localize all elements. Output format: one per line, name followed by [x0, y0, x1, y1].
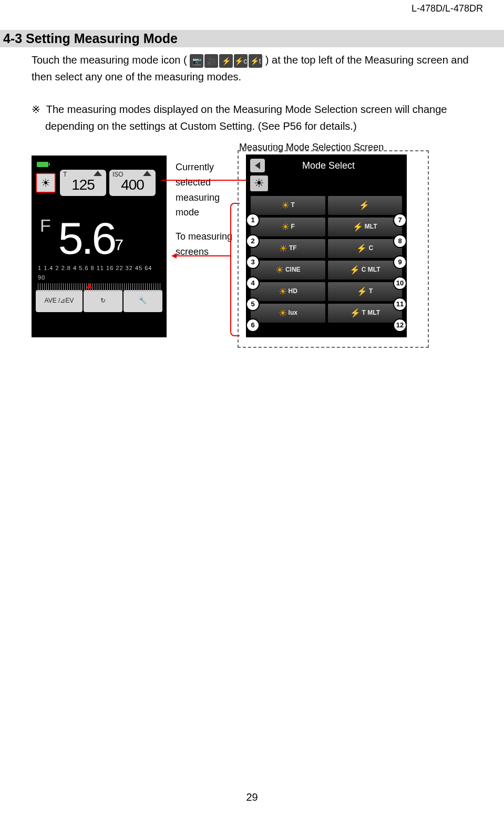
mode-text: T MLT — [362, 308, 380, 318]
callout-4: 4 — [246, 276, 260, 290]
callout-9: 9 — [393, 255, 407, 269]
mode-select-title: Mode Select — [267, 158, 405, 173]
bolt-icon: ⚡ — [359, 199, 369, 212]
callout-3: 3 — [246, 255, 260, 269]
mode-icon-flash-t: ⚡t — [249, 54, 262, 68]
mode-btn-ambient-lux[interactable]: ☀lux — [250, 303, 326, 323]
callout-2: 2 — [246, 234, 260, 248]
callout-5: 5 — [246, 297, 260, 311]
sun-icon: ☀ — [41, 174, 50, 191]
sun-icon: ☀ — [275, 265, 284, 275]
top-bar: ☀ T 125 ISO 400 — [35, 168, 163, 198]
mode-btn-flash[interactable]: ⚡ — [327, 195, 403, 215]
iso-value: 400 — [121, 173, 144, 197]
callout-12: 12 — [393, 318, 407, 332]
aperture-scale: 1 1.4 2 2.8 4 5.6 8 11 16 22 32 45 64 90 — [35, 261, 163, 289]
callout-10: 10 — [393, 276, 407, 290]
iso-pill[interactable]: ISO 400 — [109, 170, 156, 196]
mode-text: F — [291, 222, 295, 232]
mode-select-screen: Mode Select ☀ ☀T ⚡ ☀F ⚡MLT ☀TF ⚡C — [246, 154, 407, 337]
mode-text: MLT — [365, 222, 377, 232]
t-value: 125 — [71, 173, 95, 197]
callout-1: 1 — [246, 213, 260, 227]
mode-btn-flash-mlt[interactable]: ⚡MLT — [327, 217, 403, 237]
mode-text: TF — [289, 243, 297, 253]
f-sub: 7 — [115, 232, 124, 261]
callout-11: 11 — [393, 297, 407, 311]
callout-7: 7 — [393, 213, 407, 227]
bolt-icon: ⚡ — [349, 263, 360, 277]
callout-8: 8 — [393, 234, 407, 248]
label-to-measuring: To measuring screens — [176, 229, 233, 260]
note-mark: ※ — [32, 104, 40, 115]
mode-btn-ambient-hd[interactable]: ☀HD — [250, 282, 326, 302]
mode-btn-flash-t[interactable]: ⚡T — [327, 282, 403, 302]
mode-text: CINE — [285, 265, 301, 275]
scale-ticks — [38, 283, 160, 292]
mode-btn-ambient-f[interactable]: ☀F — [250, 217, 326, 237]
page-number: 29 — [0, 791, 504, 803]
mode-grid: ☀T ⚡ ☀F ⚡MLT ☀TF ⚡C ☀CINE ⚡C MLT — [248, 194, 405, 326]
sun-icon: ☀ — [281, 201, 290, 210]
note-block: ※ The measuring modes displayed on the M… — [32, 101, 504, 135]
inline-mode-icons: 📷 🎥 ⚡ ⚡c ⚡t — [190, 54, 262, 68]
mode-text: C — [368, 243, 373, 253]
f-readout: F 5.6 7 — [35, 198, 163, 261]
mode-select-wrap: Mode Select ☀ ☀T ⚡ ☀F ⚡MLT ☀TF ⚡C — [238, 150, 429, 348]
mode-btn-flash-cmlt[interactable]: ⚡C MLT — [327, 260, 403, 280]
mode-icon-button[interactable]: ☀ — [36, 173, 56, 193]
mode-icon-camera: 📷 — [190, 54, 203, 68]
current-mode-indicator: ☀ — [250, 175, 268, 191]
document-header: L-478D/L-478DR — [0, 0, 504, 14]
diagram: Measuring Mode Selection Screen ☀ T 125 … — [32, 140, 473, 350]
battery-icon — [37, 162, 48, 167]
back-button[interactable] — [250, 159, 265, 172]
mode-icon-flash: ⚡ — [219, 54, 233, 68]
mode-btn-ambient-tf[interactable]: ☀TF — [250, 239, 326, 259]
bottom-buttons: AVE /⊿EV ↻ 🔧 — [35, 289, 163, 313]
paragraph-intro: Touch the measuring mode icon ( 📷 🎥 ⚡ ⚡c… — [32, 51, 483, 85]
mode-text: HD — [289, 286, 297, 296]
arrow-to-screens — [177, 255, 229, 256]
mode-btn-flash-c[interactable]: ⚡C — [327, 239, 403, 259]
ave-ev-button[interactable]: AVE /⊿EV — [36, 290, 83, 312]
recycle-button[interactable]: ↻ — [84, 290, 122, 312]
f-label: F — [40, 211, 51, 261]
mode-text: T — [291, 200, 295, 210]
shutter-pill[interactable]: T 125 — [60, 170, 106, 196]
bolt-icon: ⚡ — [353, 220, 363, 234]
measuring-screen: ☀ T 125 ISO 400 F 5.6 7 1 1.4 2 2.8 4 — [32, 156, 167, 337]
f-value: 5.6 — [51, 215, 115, 261]
status-bar — [35, 161, 163, 168]
bolt-icon: ⚡ — [350, 306, 361, 320]
iso-label: ISO — [112, 170, 124, 180]
bolt-icon: ⚡ — [356, 242, 367, 255]
note-text: The measuring modes displayed on the Mea… — [45, 104, 447, 132]
mode-btn-ambient-t[interactable]: ☀T — [250, 195, 326, 215]
t-label: T — [63, 170, 67, 180]
sun-icon: ☀ — [279, 308, 287, 318]
callout-6: 6 — [246, 318, 260, 332]
mode-btn-ambient-cine[interactable]: ☀CINE — [250, 260, 326, 280]
mode-text: T — [369, 286, 373, 296]
para-pre: Touch the measuring mode icon ( — [32, 54, 187, 66]
mode-text: lux — [289, 308, 297, 318]
scale-numbers: 1 1.4 2 2.8 4 5.6 8 11 16 22 32 45 64 90 — [38, 264, 160, 282]
up-arrow-icon — [143, 171, 151, 176]
sun-icon: ☀ — [281, 222, 290, 232]
up-arrow-icon — [94, 171, 102, 176]
mode-icon-flash-c: ⚡c — [234, 54, 248, 68]
sun-icon: ☀ — [279, 287, 287, 296]
mode-icon-video: 🎥 — [204, 54, 218, 68]
mode-btn-flash-tmlt[interactable]: ⚡T MLT — [327, 303, 403, 323]
settings-button[interactable]: 🔧 — [124, 290, 162, 312]
scale-marker — [86, 283, 92, 288]
sun-icon: ☀ — [279, 244, 287, 253]
mode-text: C MLT — [362, 265, 380, 275]
label-current-mode: Currently selected measuring mode — [176, 160, 228, 220]
section-heading: 4-3 Setting Measuring Mode — [0, 30, 504, 47]
bolt-icon: ⚡ — [357, 285, 367, 298]
